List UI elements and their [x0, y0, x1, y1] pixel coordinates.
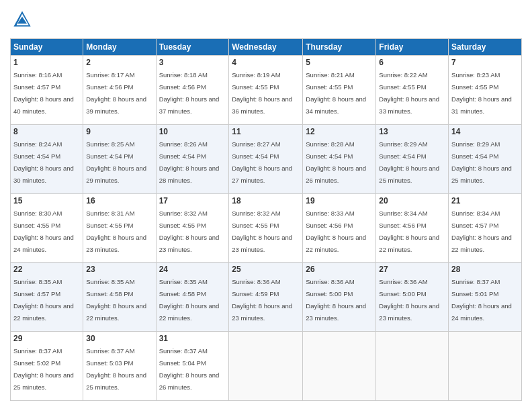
day-info: Sunrise: 8:24 AMSunset: 4:54 PMDaylight:… — [13, 140, 74, 184]
calendar-cell: 2 Sunrise: 8:17 AMSunset: 4:56 PMDayligh… — [83, 56, 156, 125]
calendar-cell: 19 Sunrise: 8:33 AMSunset: 4:56 PMDaylig… — [303, 193, 376, 263]
calendar-cell: 5 Sunrise: 8:21 AMSunset: 4:55 PMDayligh… — [303, 56, 376, 125]
day-number: 6 — [379, 58, 445, 67]
day-number: 25 — [232, 265, 300, 274]
calendar-cell: 29 Sunrise: 8:37 AMSunset: 5:02 PMDaylig… — [11, 332, 83, 401]
day-number: 24 — [159, 265, 226, 274]
day-info: Sunrise: 8:32 AMSunset: 4:55 PMDaylight:… — [232, 210, 292, 253]
day-header-monday: Monday — [83, 39, 156, 56]
calendar-cell: 15 Sunrise: 8:30 AMSunset: 4:55 PMDaylig… — [11, 193, 83, 263]
day-number: 15 — [13, 196, 80, 205]
day-info: Sunrise: 8:17 AMSunset: 4:56 PMDaylight:… — [86, 71, 146, 115]
logo — [10, 10, 34, 32]
day-number: 2 — [86, 58, 152, 67]
day-number: 13 — [379, 127, 445, 136]
calendar-cell: 7 Sunrise: 8:23 AMSunset: 4:55 PMDayligh… — [449, 56, 522, 125]
day-info: Sunrise: 8:33 AMSunset: 4:56 PMDaylight:… — [306, 210, 366, 253]
calendar-cell: 14 Sunrise: 8:29 AMSunset: 4:54 PMDaylig… — [449, 124, 522, 193]
calendar-cell: 25 Sunrise: 8:36 AMSunset: 4:59 PMDaylig… — [229, 263, 303, 332]
calendar-cell: 31 Sunrise: 8:37 AMSunset: 5:04 PMDaylig… — [156, 332, 229, 401]
day-info: Sunrise: 8:36 AMSunset: 4:59 PMDaylight:… — [232, 278, 292, 322]
day-info: Sunrise: 8:34 AMSunset: 4:56 PMDaylight:… — [379, 210, 439, 253]
day-info: Sunrise: 8:18 AMSunset: 4:56 PMDaylight:… — [159, 71, 220, 115]
day-info: Sunrise: 8:35 AMSunset: 4:57 PMDaylight:… — [13, 278, 74, 322]
day-header-tuesday: Tuesday — [156, 39, 229, 56]
calendar-cell — [449, 332, 522, 401]
day-number: 10 — [159, 127, 226, 136]
calendar-cell: 28 Sunrise: 8:37 AMSunset: 5:01 PMDaylig… — [449, 263, 522, 332]
day-info: Sunrise: 8:31 AMSunset: 4:55 PMDaylight:… — [86, 210, 146, 253]
calendar-cell: 9 Sunrise: 8:25 AMSunset: 4:54 PMDayligh… — [83, 124, 156, 193]
day-number: 14 — [451, 127, 519, 136]
day-number: 30 — [86, 334, 152, 343]
calendar: SundayMondayTuesdayWednesdayThursdayFrid… — [10, 38, 522, 401]
day-number: 18 — [232, 196, 300, 205]
calendar-cell: 4 Sunrise: 8:19 AMSunset: 4:55 PMDayligh… — [229, 56, 303, 125]
calendar-cell: 23 Sunrise: 8:35 AMSunset: 4:58 PMDaylig… — [83, 263, 156, 332]
day-info: Sunrise: 8:35 AMSunset: 4:58 PMDaylight:… — [86, 278, 146, 322]
calendar-cell: 30 Sunrise: 8:37 AMSunset: 5:03 PMDaylig… — [83, 332, 156, 401]
day-number: 29 — [13, 334, 80, 343]
calendar-cell: 13 Sunrise: 8:29 AMSunset: 4:54 PMDaylig… — [376, 124, 449, 193]
day-info: Sunrise: 8:37 AMSunset: 5:03 PMDaylight:… — [86, 347, 146, 391]
calendar-cell: 10 Sunrise: 8:26 AMSunset: 4:54 PMDaylig… — [156, 124, 229, 193]
day-info: Sunrise: 8:16 AMSunset: 4:57 PMDaylight:… — [13, 71, 74, 115]
day-number: 9 — [86, 127, 152, 136]
day-info: Sunrise: 8:36 AMSunset: 5:00 PMDaylight:… — [306, 278, 366, 322]
day-number: 31 — [159, 334, 226, 343]
day-info: Sunrise: 8:21 AMSunset: 4:55 PMDaylight:… — [306, 71, 366, 115]
calendar-cell — [229, 332, 303, 401]
day-number: 8 — [13, 127, 80, 136]
day-header-thursday: Thursday — [303, 39, 376, 56]
day-number: 27 — [379, 265, 445, 274]
day-number: 26 — [306, 265, 373, 274]
calendar-cell: 27 Sunrise: 8:36 AMSunset: 5:00 PMDaylig… — [376, 263, 449, 332]
calendar-cell: 3 Sunrise: 8:18 AMSunset: 4:56 PMDayligh… — [156, 56, 229, 125]
day-number: 16 — [86, 196, 152, 205]
day-info: Sunrise: 8:37 AMSunset: 5:01 PMDaylight:… — [451, 278, 512, 322]
calendar-cell: 12 Sunrise: 8:28 AMSunset: 4:54 PMDaylig… — [303, 124, 376, 193]
calendar-cell: 16 Sunrise: 8:31 AMSunset: 4:55 PMDaylig… — [83, 193, 156, 263]
calendar-cell — [303, 332, 376, 401]
day-info: Sunrise: 8:29 AMSunset: 4:54 PMDaylight:… — [451, 140, 512, 184]
calendar-cell: 21 Sunrise: 8:34 AMSunset: 4:57 PMDaylig… — [449, 193, 522, 263]
day-info: Sunrise: 8:37 AMSunset: 5:04 PMDaylight:… — [159, 347, 220, 391]
day-number: 28 — [451, 265, 519, 274]
day-number: 11 — [232, 127, 300, 136]
day-info: Sunrise: 8:19 AMSunset: 4:55 PMDaylight:… — [232, 71, 292, 115]
day-header-sunday: Sunday — [11, 39, 83, 56]
day-number: 5 — [306, 58, 373, 67]
calendar-cell: 18 Sunrise: 8:32 AMSunset: 4:55 PMDaylig… — [229, 193, 303, 263]
calendar-cell: 20 Sunrise: 8:34 AMSunset: 4:56 PMDaylig… — [376, 193, 449, 263]
day-header-saturday: Saturday — [449, 39, 522, 56]
day-number: 17 — [159, 196, 226, 205]
day-info: Sunrise: 8:37 AMSunset: 5:02 PMDaylight:… — [13, 347, 74, 391]
day-info: Sunrise: 8:28 AMSunset: 4:54 PMDaylight:… — [306, 140, 366, 184]
day-number: 20 — [379, 196, 445, 205]
calendar-cell: 26 Sunrise: 8:36 AMSunset: 5:00 PMDaylig… — [303, 263, 376, 332]
day-number: 4 — [232, 58, 300, 67]
calendar-cell: 11 Sunrise: 8:27 AMSunset: 4:54 PMDaylig… — [229, 124, 303, 193]
calendar-cell — [376, 332, 449, 401]
day-number: 1 — [13, 58, 80, 67]
day-info: Sunrise: 8:36 AMSunset: 5:00 PMDaylight:… — [379, 278, 439, 322]
day-number: 19 — [306, 196, 373, 205]
day-number: 7 — [451, 58, 519, 67]
calendar-cell: 6 Sunrise: 8:22 AMSunset: 4:55 PMDayligh… — [376, 56, 449, 125]
day-number: 22 — [13, 265, 80, 274]
calendar-cell: 24 Sunrise: 8:35 AMSunset: 4:58 PMDaylig… — [156, 263, 229, 332]
day-number: 12 — [306, 127, 373, 136]
calendar-cell: 22 Sunrise: 8:35 AMSunset: 4:57 PMDaylig… — [11, 263, 83, 332]
day-info: Sunrise: 8:29 AMSunset: 4:54 PMDaylight:… — [379, 140, 439, 184]
day-info: Sunrise: 8:30 AMSunset: 4:55 PMDaylight:… — [13, 210, 74, 253]
day-info: Sunrise: 8:35 AMSunset: 4:58 PMDaylight:… — [159, 278, 220, 322]
day-info: Sunrise: 8:26 AMSunset: 4:54 PMDaylight:… — [159, 140, 220, 184]
day-number: 21 — [451, 196, 519, 205]
day-number: 23 — [86, 265, 152, 274]
day-info: Sunrise: 8:22 AMSunset: 4:55 PMDaylight:… — [379, 71, 439, 115]
calendar-cell: 17 Sunrise: 8:32 AMSunset: 4:55 PMDaylig… — [156, 193, 229, 263]
day-info: Sunrise: 8:27 AMSunset: 4:54 PMDaylight:… — [232, 140, 292, 184]
calendar-cell: 1 Sunrise: 8:16 AMSunset: 4:57 PMDayligh… — [11, 56, 83, 125]
day-info: Sunrise: 8:32 AMSunset: 4:55 PMDaylight:… — [159, 210, 220, 253]
day-info: Sunrise: 8:34 AMSunset: 4:57 PMDaylight:… — [451, 210, 512, 253]
